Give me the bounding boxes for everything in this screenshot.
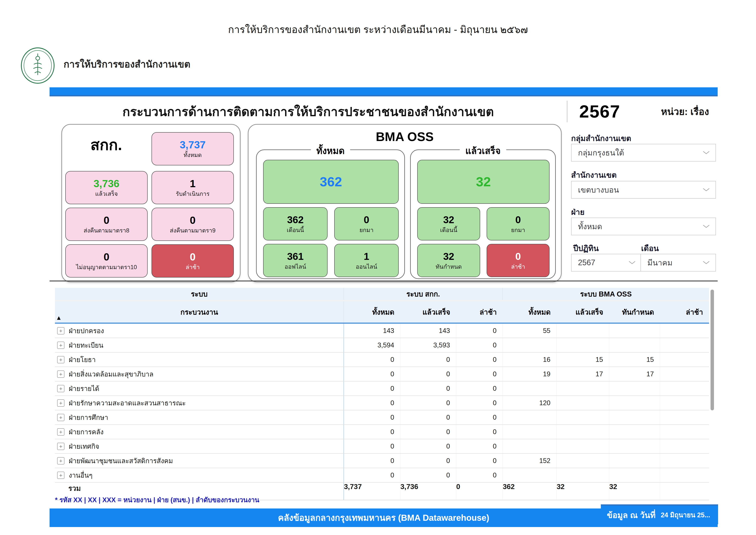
expand-plus-icon[interactable]: + — [57, 371, 65, 378]
table-row[interactable]: + ฝ่ายการศึกษา 0 0 0 — [55, 410, 709, 425]
kpi-value: 3,737 — [180, 140, 205, 150]
row-cell: 0 — [344, 454, 400, 468]
expand-plus-icon[interactable]: + — [57, 327, 65, 334]
table-row[interactable]: + ฝ่ายปกครอง 143 143 0 55 — [55, 324, 709, 338]
expand-plus-icon[interactable]: + — [57, 399, 65, 407]
col-header-oss-total[interactable]: ทั้งหมด — [503, 301, 557, 323]
dashboard-page: การให้บริการของสำนักงานเขต ระหว่างเดือนม… — [0, 0, 756, 535]
col-header-sakok-total[interactable]: ทั้งหมด — [344, 301, 400, 323]
row-cell — [557, 425, 609, 439]
filter-month-dropdown[interactable]: มีนาคม — [640, 254, 716, 271]
filter-group-value: กลุ่มกรุงธนใต้ — [578, 147, 624, 159]
row-cell — [609, 425, 660, 439]
row-cell — [557, 439, 609, 453]
total-cell: 3,737 — [344, 483, 400, 500]
filter-office-value: เขตบางบอน — [578, 184, 619, 196]
filter-dept-value: ทั้งหมด — [578, 220, 602, 233]
sort-ascending-icon[interactable]: ▲ — [56, 314, 62, 321]
row-cell: 0 — [344, 352, 400, 367]
table-row[interactable]: + ฝ่ายพัฒนาชุมชนและสวัสดิการสังคม 0 0 0 … — [55, 454, 709, 468]
table-row[interactable]: + ฝ่ายเทศกิจ 0 0 0 — [55, 439, 709, 454]
row-cell: 3,594 — [344, 338, 400, 352]
row-cell: 15 — [609, 352, 660, 367]
kpi-oss-all-total: 362 — [263, 160, 399, 204]
col-header-oss-ontime[interactable]: ทันกำหนด — [609, 301, 660, 323]
expand-plus-icon[interactable]: + — [57, 472, 65, 479]
kpi-value: 361 — [287, 251, 304, 261]
kpi-label: ออนไลน์ — [356, 264, 377, 270]
table-group-header-row: ระบบ ระบบ สกก. ระบบ BMA OSS — [55, 288, 709, 301]
chevron-down-icon — [703, 151, 710, 155]
row-cell — [609, 324, 660, 338]
filter-group-dropdown[interactable]: กลุ่มกรุงธนใต้ — [571, 144, 716, 161]
kpi-label: ไม่อนุญาตตามมาตรา10 — [76, 265, 137, 270]
row-cell: 0 — [400, 439, 456, 453]
filter-dept-dropdown[interactable]: ทั้งหมด — [571, 217, 716, 235]
row-label: ฝ่ายปกครอง — [69, 325, 104, 336]
expand-plus-icon[interactable]: + — [57, 414, 65, 421]
col-header-sakok-done[interactable]: แล้วเสร็จ — [400, 301, 456, 323]
footer-title: คลังข้อมูลกลางกรุงเทพมหานคร (BMA Datawar… — [278, 511, 489, 525]
kpi-label: ล่าช้า — [511, 264, 525, 270]
table-row[interactable]: + ฝ่ายสิ่งแวดล้อมและสุขาภิบาล 0 0 0 19 1… — [55, 367, 709, 381]
col-header-sakok-late[interactable]: ล่าช้า — [456, 301, 503, 323]
col-header-oss-late[interactable]: ล่าช้า — [660, 301, 709, 323]
total-cell: 0 — [456, 483, 503, 500]
col-header-oss-done[interactable]: แล้วเสร็จ — [557, 301, 609, 323]
oss-group-label: แล้วเสร็จ — [460, 144, 506, 158]
row-cell — [503, 410, 557, 424]
report-canvas: กระบวนการด้านการติดตามการให้บริการประชาช… — [50, 87, 717, 527]
row-label: ฝ่ายการคลัง — [69, 427, 103, 437]
row-cell: 0 — [344, 396, 400, 410]
row-cell — [557, 324, 609, 338]
data-asof-label: ข้อมูล ณ วันที่ — [607, 508, 656, 521]
kpi-label: ทั้งหมด — [184, 152, 202, 158]
filter-group-label: กลุ่มสำนักงานเขต — [571, 132, 631, 145]
row-cell: 17 — [609, 367, 660, 381]
table-scrollbar-thumb[interactable] — [711, 290, 714, 410]
row-label: ฝ่ายสิ่งแวดล้อมและสุขาภิบาล — [69, 369, 153, 380]
expand-plus-icon[interactable]: + — [57, 385, 65, 392]
expand-plus-icon[interactable]: + — [57, 457, 65, 465]
row-cell — [609, 468, 660, 482]
row-label: ฝ่ายการศึกษา — [69, 412, 108, 423]
table-row[interactable]: + งานอื่นๆ 0 0 0 — [55, 468, 709, 483]
expand-plus-icon[interactable]: + — [57, 342, 65, 349]
expand-plus-icon[interactable]: + — [57, 443, 65, 450]
kpi-value: 0 — [364, 215, 369, 225]
row-cell: 0 — [400, 410, 456, 424]
table-row[interactable]: + ฝ่ายทะเบียน 3,594 3,593 0 — [55, 338, 709, 352]
row-cell — [557, 381, 609, 395]
filter-year-dropdown[interactable]: 2567 — [571, 254, 642, 271]
row-cell — [503, 468, 557, 482]
filter-office-label: สำนักงานเขต — [571, 169, 617, 181]
kpi-oss-done-thismonth: 32 เดือนนี้ — [417, 207, 480, 240]
col-header-process[interactable]: กระบวนงาน — [55, 301, 344, 323]
filter-dept-label: ฝ่าย — [571, 206, 584, 218]
kpi-value: 32 — [443, 251, 454, 261]
row-cell — [660, 352, 709, 367]
oss-group-done: แล้วเสร็จ 32 32 เดือนนี้ 0 ยกมา 32 ทันกำ… — [410, 150, 556, 279]
row-cell: 0 — [456, 454, 503, 468]
table-row[interactable]: + ฝ่ายโยธา 0 0 0 16 15 15 — [55, 352, 709, 367]
section-divider — [50, 281, 717, 281]
table-row[interactable]: + ฝ่ายรักษาความสะอาดและสวนสาธารณะ 0 0 0 … — [55, 396, 709, 410]
table-row[interactable]: + ฝ่ายการคลัง 0 0 0 — [55, 425, 709, 439]
filter-office-dropdown[interactable]: เขตบางบอน — [571, 181, 716, 199]
kpi-value: 362 — [320, 175, 342, 188]
row-cell — [609, 338, 660, 352]
expand-plus-icon[interactable]: + — [57, 428, 65, 436]
oss-card-title: BMA OSS — [249, 129, 561, 144]
kpi-oss-done-carried: 0 ยกมา — [487, 207, 550, 240]
row-cell — [503, 425, 557, 439]
table-row[interactable]: + ฝ่ายรายได้ 0 0 0 — [55, 381, 709, 396]
kpi-label: ส่งคืนตามมาตรา8 — [84, 228, 129, 234]
expand-plus-icon[interactable]: + — [57, 356, 65, 363]
kpi-sakok-done: 3,736 แล้วเสร็จ — [65, 171, 148, 204]
row-cell — [557, 454, 609, 468]
row-cell: 17 — [557, 367, 609, 381]
row-cell: 0 — [456, 439, 503, 453]
group-header-bma-oss: ระบบ BMA OSS — [503, 288, 709, 300]
row-label: ฝ่ายเทศกิจ — [69, 441, 99, 452]
row-cell: 143 — [400, 324, 456, 338]
